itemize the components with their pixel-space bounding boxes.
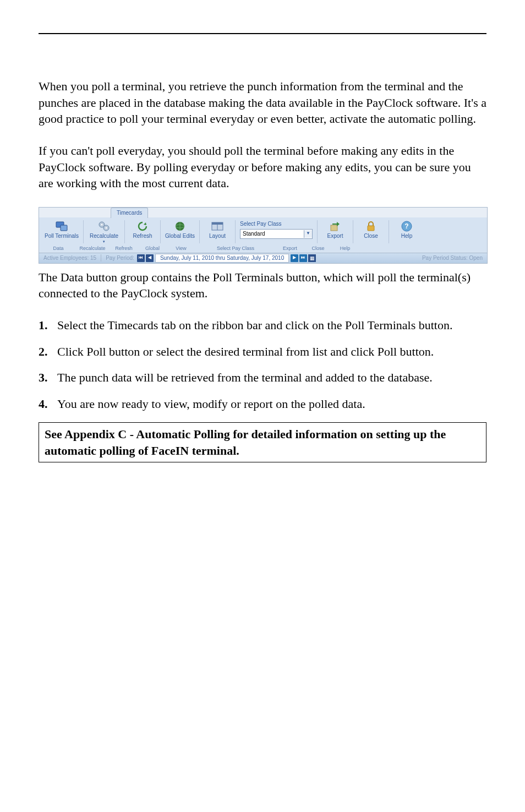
refresh-icon <box>135 220 150 232</box>
pay-period-status: Pay Period Status: Open <box>418 254 487 262</box>
tab-timecards[interactable]: Timecards <box>111 208 148 218</box>
ribbon-group-labels: Data Recalculate Refresh Global View Sel… <box>39 244 487 253</box>
layout-icon <box>210 220 225 232</box>
export-button[interactable]: Export <box>319 219 352 244</box>
svg-rect-1 <box>61 225 67 231</box>
appendix-note: See Appendix C - Automatic Polling for d… <box>39 422 486 462</box>
status-bar: Active Employees: 15 Pay Period: ⏮ ◀ Sun… <box>39 253 487 263</box>
globe-icon <box>173 220 187 232</box>
steps-list: Select the Timecards tab on the ribbon b… <box>39 317 486 412</box>
group-label-data: Data <box>41 245 75 252</box>
step-item: Select the Timecards tab on the ribbon b… <box>39 317 486 334</box>
global-edits-button[interactable]: Global Edits <box>162 219 198 244</box>
global-edits-label: Global Edits <box>165 233 195 239</box>
close-button[interactable]: Close <box>354 219 387 244</box>
help-button[interactable]: ? Help <box>390 219 423 244</box>
gears-icon <box>97 220 111 232</box>
step-item: You are now ready to view, modify or rep… <box>39 396 486 412</box>
chevron-down-icon: ▼ <box>304 230 312 238</box>
ribbon-tabstrip: Timecards <box>39 208 487 217</box>
svg-rect-14 <box>368 226 374 231</box>
refresh-button[interactable]: Refresh <box>126 219 159 244</box>
svg-point-5 <box>106 227 107 229</box>
ribbon-screenshot: Timecards Poll Terminals Recalculate ▾ R… <box>39 207 488 264</box>
lock-icon <box>364 220 378 232</box>
svg-point-4 <box>101 224 103 226</box>
nav-last-icon[interactable]: ⏭ <box>299 254 307 262</box>
recalculate-button[interactable]: Recalculate ▾ <box>85 219 123 244</box>
calendar-icon[interactable]: ▦ <box>308 254 316 262</box>
layout-label: Layout <box>209 233 226 239</box>
pay-class-combo[interactable]: Standard ▼ <box>240 229 313 239</box>
pay-class-label: Select Pay Class <box>240 220 313 228</box>
intro-paragraph-2: If you can't poll everyday, you should p… <box>39 143 486 192</box>
help-icon: ? <box>400 220 414 232</box>
horizontal-rule <box>39 33 486 34</box>
step-item: The punch data will be retrieved from th… <box>39 369 486 386</box>
ribbon-buttons-row: Poll Terminals Recalculate ▾ Refresh Glo… <box>39 217 487 244</box>
step-text: You are now ready to view, modify or rep… <box>57 396 365 412</box>
svg-rect-10 <box>212 222 223 225</box>
nav-next-icon[interactable]: ▶ <box>291 254 298 262</box>
group-label-refresh: Refresh <box>110 245 138 252</box>
export-icon <box>328 220 342 232</box>
group-label-export: Export <box>276 245 304 252</box>
step-item: Click Poll button or select the desired … <box>39 344 486 360</box>
step-text: Select the Timecards tab on the ribbon b… <box>57 317 452 334</box>
pay-period-label: Pay Period: <box>101 254 136 262</box>
recalculate-label: Recalculate <box>90 233 118 239</box>
nav-first-icon[interactable]: ⏮ <box>137 254 145 262</box>
intro-paragraph-1: When you poll a terminal, you retrieve t… <box>39 78 486 127</box>
help-label: Help <box>401 233 413 239</box>
layout-button[interactable]: Layout <box>201 219 234 244</box>
svg-rect-12 <box>331 225 337 231</box>
poll-terminals-button[interactable]: Poll Terminals <box>41 219 82 244</box>
button-group-paragraph: The Data button group contains the Poll … <box>39 269 486 302</box>
pay-period-date-range: Sunday, July 11, 2010 thru Saturday, Jul… <box>155 254 289 263</box>
nav-prev-icon[interactable]: ◀ <box>146 254 154 262</box>
poll-terminals-label: Poll Terminals <box>45 233 79 239</box>
step-text: The punch data will be retrieved from th… <box>57 369 433 386</box>
group-label-recalc: Recalculate <box>75 245 110 252</box>
group-label-view: View <box>167 245 195 252</box>
group-label-selpay: Select Pay Class <box>195 245 276 252</box>
group-label-close: Close <box>304 245 332 252</box>
group-label-help: Help <box>332 245 358 252</box>
group-label-global: Global <box>138 245 167 252</box>
terminal-icon <box>54 220 69 232</box>
step-text: Click Poll button or select the desired … <box>57 344 434 360</box>
dropdown-arrow-icon: ▾ <box>103 239 105 244</box>
refresh-label: Refresh <box>133 233 152 239</box>
pay-class-value: Standard <box>240 230 304 238</box>
pay-class-group: Select Pay Class Standard ▼ <box>237 219 316 244</box>
export-label: Export <box>327 233 343 239</box>
active-employees-status: Active Employees: 15 <box>39 254 101 262</box>
close-label: Close <box>364 233 378 239</box>
svg-text:?: ? <box>404 222 408 230</box>
